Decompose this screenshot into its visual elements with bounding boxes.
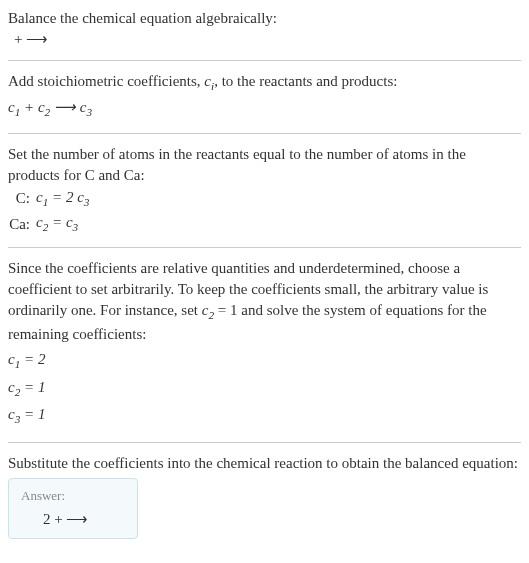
arrow-1: ⟶: [50, 99, 80, 115]
c1-lhs: c: [36, 189, 43, 205]
eq-text-2: =: [48, 214, 66, 230]
answer-equation: 2 + ⟶: [21, 509, 125, 530]
element-label-ca: Ca:: [8, 211, 36, 237]
c1-sol-val: = 2: [20, 351, 45, 367]
table-row: C: c1 = 2 c3: [8, 186, 95, 212]
substitution-text: Substitute the coefficients into the che…: [8, 453, 521, 474]
answer-box: Answer: 2 + ⟶: [8, 478, 138, 539]
addcoef-text-part1: Add stoichiometric coefficients,: [8, 73, 204, 89]
atom-balance-section: Set the number of atoms in the reactants…: [8, 144, 521, 238]
c2-var: c: [38, 99, 45, 115]
c-equation: c1 = 2 c3: [36, 186, 95, 212]
intro-section: Balance the chemical equation algebraica…: [8, 8, 521, 50]
c1-solution: c1 = 2: [8, 347, 521, 375]
solve-section: Since the coefficients are relative quan…: [8, 258, 521, 432]
intro-line1: Balance the chemical equation algebraica…: [8, 8, 521, 29]
solve-text: Since the coefficients are relative quan…: [8, 258, 521, 345]
plus-1: +: [20, 99, 38, 115]
c3-rhs-2: c: [66, 214, 73, 230]
eq-text-1: = 2: [48, 189, 77, 205]
answer-label: Answer:: [21, 487, 125, 505]
addcoef-text-part2: , to the reactants and products:: [214, 73, 397, 89]
add-coefficients-text: Add stoichiometric coefficients, ci, to …: [8, 71, 521, 95]
divider-4: [8, 442, 521, 443]
divider-1: [8, 60, 521, 61]
c1-var: c: [8, 99, 15, 115]
c3-solution: c3 = 1: [8, 402, 521, 430]
divider-3: [8, 247, 521, 248]
c2-lhs: c: [36, 214, 43, 230]
c3-rhs: c: [77, 189, 84, 205]
c2-solution: c2 = 1: [8, 375, 521, 403]
divider-2: [8, 133, 521, 134]
ci-var: c: [204, 73, 211, 89]
add-coefficients-section: Add stoichiometric coefficients, ci, to …: [8, 71, 521, 123]
table-row: Ca: c2 = c3: [8, 211, 95, 237]
intro-reaction: + ⟶: [8, 29, 521, 50]
substitution-section: Substitute the coefficients into the che…: [8, 453, 521, 539]
c3-rhs-sub-2: 3: [73, 221, 79, 233]
coefficient-equation: c1 + c2 ⟶ c3: [8, 95, 521, 123]
c3-sol-val: = 1: [20, 406, 45, 422]
c3-sol-var: c: [8, 406, 15, 422]
c2-sol-val: = 1: [20, 379, 45, 395]
c2-sol-var: c: [8, 379, 15, 395]
c1-sol-var: c: [8, 351, 15, 367]
c3-sub: 3: [86, 106, 92, 118]
atom-balance-text: Set the number of atoms in the reactants…: [8, 144, 521, 186]
coefficient-solutions: c1 = 2 c2 = 1 c3 = 1: [8, 345, 521, 432]
element-label-c: C:: [8, 186, 36, 212]
c3-rhs-sub: 3: [84, 196, 90, 208]
ca-equation: c2 = c3: [36, 211, 95, 237]
atom-equations-table: C: c1 = 2 c3 Ca: c2 = c3: [8, 186, 95, 238]
